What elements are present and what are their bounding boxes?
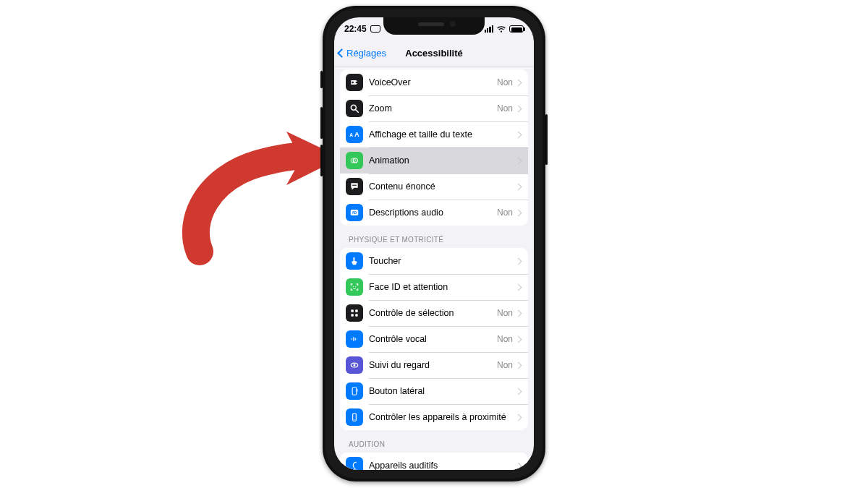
row-eye-tracking[interactable]: Suivi du regard Non xyxy=(340,352,528,378)
svg-text:AD: AD xyxy=(352,211,357,215)
audio-desc-icon: AD xyxy=(346,204,363,221)
screen: 22:45 Réglages Accessibilité xyxy=(334,17,534,470)
back-button[interactable]: Réglages xyxy=(339,40,386,66)
side-button-icon xyxy=(346,382,363,400)
battery-icon xyxy=(509,25,524,33)
row-label: Contenu énoncé xyxy=(369,181,516,192)
row-value: Non xyxy=(497,207,513,218)
chevron-right-icon xyxy=(515,157,522,164)
row-side-button[interactable]: Bouton latéral xyxy=(340,378,528,404)
svg-rect-20 xyxy=(357,338,357,339)
row-display-text-size[interactable]: AA Affichage et taille du texte xyxy=(340,121,528,147)
zoom-icon xyxy=(346,100,363,117)
row-label: Appareils auditifs xyxy=(369,461,516,470)
row-label: Suivi du regard xyxy=(369,360,497,370)
row-nearby-devices[interactable]: Contrôler les appareils à proximité xyxy=(340,404,528,430)
chevron-right-icon xyxy=(515,462,522,469)
row-value: Non xyxy=(497,334,513,344)
volume-down-button xyxy=(320,145,323,176)
row-label: Toucher xyxy=(369,256,516,266)
row-label: VoiceOver xyxy=(369,77,497,87)
row-label: Descriptions audio xyxy=(369,207,497,218)
svg-rect-13 xyxy=(351,309,354,312)
svg-rect-14 xyxy=(355,309,358,312)
svg-rect-23 xyxy=(352,388,357,395)
chevron-right-icon xyxy=(515,283,522,291)
text-size-icon: AA xyxy=(346,126,363,143)
svg-rect-8 xyxy=(352,185,357,186)
svg-point-11 xyxy=(353,286,354,287)
page-title: Accessibilité xyxy=(405,48,463,59)
row-touch[interactable]: Toucher xyxy=(340,248,528,274)
hearing-devices-icon xyxy=(346,457,363,470)
svg-rect-15 xyxy=(351,314,354,317)
svg-rect-1 xyxy=(352,82,354,83)
chevron-right-icon xyxy=(515,361,522,369)
svg-text:A: A xyxy=(354,131,359,138)
svg-rect-17 xyxy=(352,338,352,340)
chevron-right-icon xyxy=(515,79,522,86)
row-label: Contrôler les appareils à proximité xyxy=(369,412,516,422)
chevron-right-icon xyxy=(515,105,522,112)
svg-text:A: A xyxy=(349,132,353,137)
row-label: Affichage et taille du texte xyxy=(369,129,516,140)
row-zoom[interactable]: Zoom Non xyxy=(340,95,528,121)
svg-point-22 xyxy=(353,364,355,366)
row-label: Contrôle vocal xyxy=(369,334,497,344)
svg-rect-24 xyxy=(357,389,357,392)
chevron-right-icon xyxy=(515,414,522,421)
chevron-right-icon xyxy=(515,309,522,317)
row-motion[interactable]: Animation xyxy=(340,147,528,174)
carplay-icon xyxy=(370,25,380,33)
svg-line-3 xyxy=(356,110,359,113)
row-label: Contrôle de sélection xyxy=(369,308,497,318)
back-label: Réglages xyxy=(346,48,386,59)
status-time: 22:45 xyxy=(344,24,367,34)
canvas: 22:45 Réglages Accessibilité xyxy=(0,0,868,488)
svg-rect-16 xyxy=(355,314,358,317)
motion-icon xyxy=(346,152,363,169)
section-header-physical: PHYSIQUE ET MOTRICITÉ xyxy=(340,226,528,248)
row-audio-descriptions[interactable]: AD Descriptions audio Non xyxy=(340,200,528,226)
row-faceid-attention[interactable]: Face ID et attention xyxy=(340,274,528,300)
svg-point-12 xyxy=(355,286,356,287)
row-switch-control[interactable]: Contrôle de sélection Non xyxy=(340,300,528,326)
svg-point-0 xyxy=(356,82,358,84)
chevron-left-icon xyxy=(337,48,346,58)
row-label: Zoom xyxy=(369,103,497,114)
row-voiceover[interactable]: VoiceOver Non xyxy=(340,69,528,95)
face-id-icon xyxy=(346,278,363,296)
wifi-icon xyxy=(496,25,506,33)
nav-bar: Réglages Accessibilité xyxy=(334,40,534,67)
settings-scroll[interactable]: VoiceOver Non Zoom Non xyxy=(334,67,534,470)
svg-rect-19 xyxy=(355,338,356,341)
row-spoken-content[interactable]: Contenu énoncé xyxy=(340,174,528,200)
row-label: Bouton latéral xyxy=(369,386,516,396)
iphone-device-frame: 22:45 Réglages Accessibilité xyxy=(323,6,545,481)
row-label: Face ID et attention xyxy=(369,282,516,292)
chevron-right-icon xyxy=(515,131,522,138)
eye-tracking-icon xyxy=(346,356,363,374)
chevron-right-icon xyxy=(515,209,522,216)
svg-rect-18 xyxy=(353,337,354,341)
cellular-signal-icon xyxy=(485,25,493,33)
voice-control-icon xyxy=(346,330,363,348)
mute-switch xyxy=(320,71,323,88)
row-value: Non xyxy=(497,360,513,370)
svg-point-26 xyxy=(354,419,354,420)
section-header-hearing: AUDITION xyxy=(340,430,528,453)
row-value: Non xyxy=(497,103,513,114)
row-value: Non xyxy=(497,77,513,87)
row-voice-control[interactable]: Contrôle vocal Non xyxy=(340,326,528,352)
side-button xyxy=(545,114,548,165)
chevron-right-icon xyxy=(515,388,522,395)
voiceover-icon xyxy=(346,74,363,91)
nearby-devices-icon xyxy=(346,408,363,426)
volume-up-button xyxy=(320,107,323,139)
speech-bubble-icon xyxy=(346,178,363,195)
row-value: Non xyxy=(497,308,513,318)
chevron-right-icon xyxy=(515,335,522,343)
switch-control-icon xyxy=(346,304,363,322)
row-hearing-devices[interactable]: Appareils auditifs xyxy=(340,453,528,470)
touch-icon xyxy=(346,252,363,270)
